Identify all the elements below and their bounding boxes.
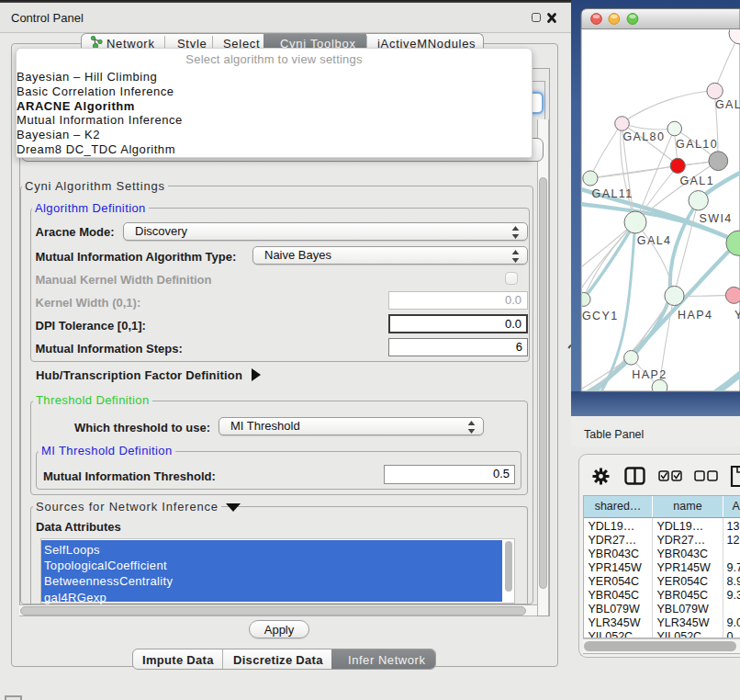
svg-text:HAP2: HAP2 xyxy=(632,368,667,381)
svg-text:SWI4: SWI4 xyxy=(700,212,733,225)
svg-text:Y: Y xyxy=(734,309,740,322)
svg-text:GAL80: GAL80 xyxy=(622,130,665,143)
svg-text:GAL10: GAL10 xyxy=(676,138,718,151)
svg-text:GAL4: GAL4 xyxy=(637,234,672,247)
svg-text:GCY1: GCY1 xyxy=(582,310,619,322)
svg-text:GAL2: GAL2 xyxy=(715,98,740,111)
svg-text:GAL1: GAL1 xyxy=(680,175,715,187)
svg-text:HAP4: HAP4 xyxy=(678,309,712,322)
svg-text:GAL11: GAL11 xyxy=(592,187,633,200)
